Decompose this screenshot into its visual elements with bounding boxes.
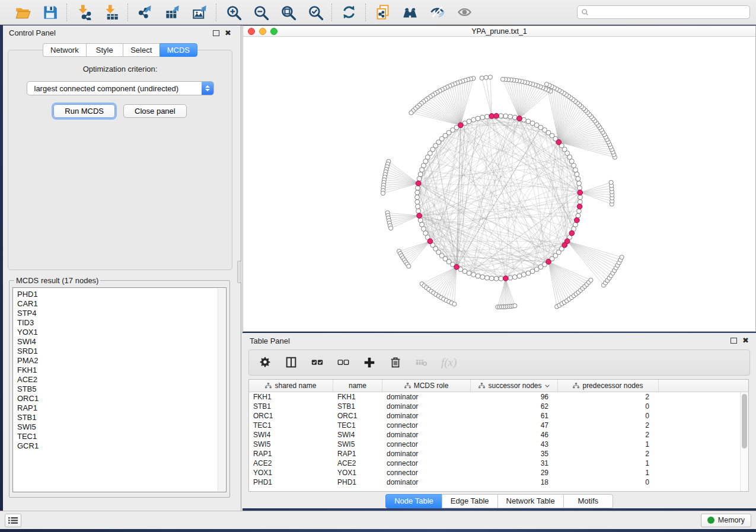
table-scrollbar-thumb[interactable] [742,394,747,448]
cell-name[interactable]: PHD1 [333,477,382,487]
table-row[interactable]: STB1STB1dominator620 [249,402,740,411]
cell-name[interactable]: FKH1 [333,392,382,402]
mcds-result-item[interactable]: STB5 [17,384,226,394]
table-row[interactable]: SWI5SWI5connector431 [249,440,740,449]
cell-shared-name[interactable]: YOX1 [249,468,333,477]
ring-node[interactable] [416,209,421,213]
cell-name[interactable]: SWI4 [333,430,382,440]
tab-network-table[interactable]: Network Table [497,494,563,508]
zoom-out-button[interactable] [251,4,270,21]
cell-predecessor-nodes[interactable]: 2 [558,430,659,440]
ring-node[interactable] [471,117,476,122]
tab-node-table[interactable]: Node Table [385,494,442,508]
mcds-result-item[interactable]: ORC1 [17,394,226,403]
mcds-result-item[interactable]: SWI5 [17,422,226,432]
mcds-node[interactable] [574,217,579,223]
mcds-node[interactable] [494,113,499,118]
cell-predecessor-nodes[interactable]: 0 [558,402,659,411]
ring-node[interactable] [512,275,517,280]
cell-predecessor-nodes[interactable]: 1 [558,459,659,468]
cell-name[interactable]: ACE2 [333,459,382,468]
cell-predecessor-nodes[interactable]: 2 [558,392,659,402]
binoculars-button[interactable] [400,4,419,21]
cell-MCDS-role[interactable]: dominator [382,430,471,440]
criterion-dropdown[interactable]: largest connected component (undirected) [27,81,214,95]
tab-network[interactable]: Network [43,43,86,57]
ring-node[interactable] [484,275,489,280]
satellite-node[interactable] [480,76,484,80]
ring-node[interactable] [415,185,420,190]
close-panel-button[interactable]: Close panel [123,104,187,118]
mcds-result-item[interactable]: SRD1 [17,347,226,356]
cell-shared-name[interactable]: SWI4 [249,430,333,440]
ring-node[interactable] [467,271,471,275]
tab-edge-table[interactable]: Edge Table [442,494,497,508]
close-panel-icon[interactable]: ✖ [225,30,231,36]
cell-MCDS-role[interactable]: dominator [382,477,471,487]
mcds-list-scrollbar[interactable] [218,289,225,491]
zoom-in-button[interactable] [224,4,243,21]
cell-successor-nodes[interactable]: 47 [471,421,558,430]
ring-node[interactable] [420,168,425,172]
table-row[interactable]: YOX1YOX1connector291 [249,468,740,477]
cell-shared-name[interactable]: STB1 [249,402,333,411]
ring-node[interactable] [576,209,581,213]
columns-button[interactable] [285,356,298,369]
hide-details-button[interactable] [428,4,446,21]
ring-node[interactable] [578,185,582,190]
mcds-result-item[interactable]: RAP1 [17,403,226,413]
cell-shared-name[interactable]: SWI5 [249,440,333,449]
table-row[interactable]: TEC1TEC1connector472 [249,421,740,430]
mcds-result-item[interactable]: ACE2 [17,375,226,384]
open-file-button[interactable] [13,4,32,21]
ring-node[interactable] [578,200,582,204]
satellite-node[interactable] [589,278,593,282]
mcds-node[interactable] [578,190,583,196]
ring-node[interactable] [576,177,580,181]
search-input[interactable] [592,8,746,17]
cell-MCDS-role[interactable]: connector [382,459,471,468]
satellite-node[interactable] [544,82,548,86]
cell-predecessor-nodes[interactable]: 0 [558,477,659,487]
ring-node[interactable] [508,275,513,280]
satellite-node[interactable] [609,180,613,184]
cell-shared-name[interactable]: TEC1 [249,421,333,430]
ring-node[interactable] [494,276,499,281]
export-network-button[interactable] [135,4,154,21]
satellite-node[interactable] [389,226,393,230]
table-row[interactable]: SWI4SWI4dominator462 [249,430,740,440]
task-history-button[interactable] [5,514,21,527]
gear-button[interactable] [259,356,272,369]
cell-MCDS-role[interactable]: dominator [382,392,471,402]
mcds-node[interactable] [503,275,508,281]
cell-MCDS-role[interactable]: connector [382,421,471,430]
ring-node[interactable] [575,172,579,177]
ring-node[interactable] [521,273,526,277]
splitter-grip[interactable] [237,261,241,283]
ring-node[interactable] [480,115,485,120]
cell-successor-nodes[interactable]: 43 [471,440,558,449]
table-row[interactable]: ACE2ACE2connector311 [249,459,740,468]
mcds-node[interactable] [454,264,460,270]
zoom-fit-button[interactable] [278,4,297,21]
cell-successor-nodes[interactable]: 62 [471,402,558,411]
network-graph-canvas[interactable] [243,37,755,331]
ring-node[interactable] [420,222,425,227]
column-header-successor-nodes[interactable]: successor nodes [471,380,558,392]
satellite-node[interactable] [381,191,385,196]
mcds-result-item[interactable]: CAR1 [17,299,226,309]
ring-node[interactable] [415,195,420,200]
cell-predecessor-nodes[interactable]: 0 [558,411,659,421]
ring-node[interactable] [476,116,480,121]
cell-name[interactable]: STB1 [333,402,382,411]
mcds-result-item[interactable]: GCR1 [17,441,226,451]
cell-successor-nodes[interactable]: 31 [471,459,558,468]
unselect-all-button[interactable] [337,356,350,369]
mcds-node[interactable] [428,239,433,244]
import-table-button[interactable] [101,4,120,21]
float-panel-icon[interactable] [213,30,219,36]
cell-MCDS-role[interactable]: connector [382,440,471,449]
satellite-node[interactable] [513,304,517,308]
ring-node[interactable] [484,114,489,119]
column-header-MCDS-role[interactable]: MCDS role [382,380,471,392]
